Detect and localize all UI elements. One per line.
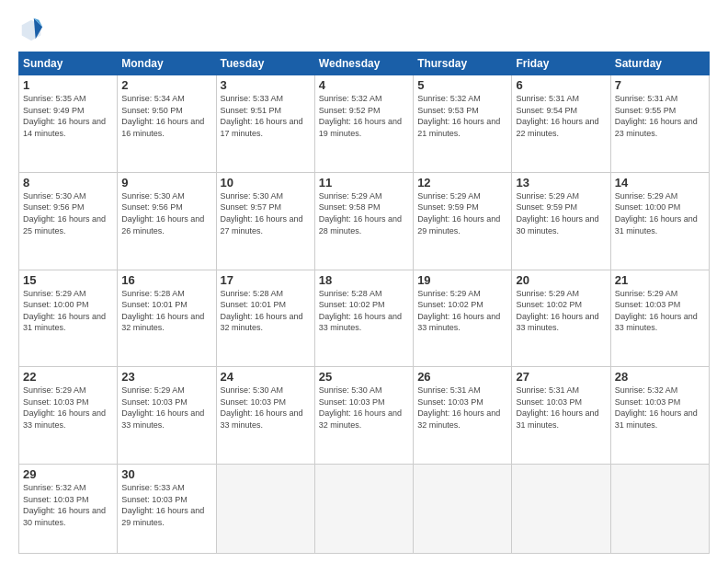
day-header-saturday: Saturday xyxy=(610,52,709,75)
calendar-cell: 23Sunrise: 5:29 AMSunset: 10:03 PMDaylig… xyxy=(118,367,216,465)
day-info: Sunrise: 5:29 AMSunset: 10:03 PMDaylight… xyxy=(23,385,113,431)
day-info: Sunrise: 5:29 AMSunset: 9:59 PMDaylight:… xyxy=(417,190,507,236)
logo-icon xyxy=(18,17,44,42)
day-number: 30 xyxy=(121,467,211,481)
calendar-table: SundayMondayTuesdayWednesdayThursdayFrid… xyxy=(18,52,710,554)
calendar-week-3: 15Sunrise: 5:29 AMSunset: 10:00 PMDaylig… xyxy=(19,270,710,367)
day-info: Sunrise: 5:31 AMSunset: 9:55 PMDaylight:… xyxy=(615,93,705,139)
day-info: Sunrise: 5:35 AMSunset: 9:49 PMDaylight:… xyxy=(23,93,113,139)
day-info: Sunrise: 5:28 AMSunset: 10:02 PMDaylight… xyxy=(319,288,409,334)
calendar-cell: 19Sunrise: 5:29 AMSunset: 10:02 PMDaylig… xyxy=(414,270,512,367)
day-number: 14 xyxy=(615,176,705,190)
day-info: Sunrise: 5:32 AMSunset: 10:03 PMDaylight… xyxy=(615,385,705,431)
day-number: 1 xyxy=(23,78,113,92)
day-number: 4 xyxy=(319,78,409,92)
day-number: 17 xyxy=(221,273,311,287)
day-number: 2 xyxy=(121,78,211,92)
day-number: 20 xyxy=(516,273,606,287)
day-info: Sunrise: 5:28 AMSunset: 10:01 PMDaylight… xyxy=(121,288,211,334)
calendar-cell: 5Sunrise: 5:32 AMSunset: 9:53 PMDaylight… xyxy=(414,75,512,173)
calendar-week-1: 1Sunrise: 5:35 AMSunset: 9:49 PMDaylight… xyxy=(19,75,710,173)
day-number: 11 xyxy=(319,176,409,190)
day-info: Sunrise: 5:29 AMSunset: 9:59 PMDaylight:… xyxy=(516,190,606,236)
day-number: 24 xyxy=(221,370,311,384)
day-number: 27 xyxy=(516,370,606,384)
day-header-wednesday: Wednesday xyxy=(314,52,413,75)
day-number: 15 xyxy=(23,273,113,287)
calendar-header-row: SundayMondayTuesdayWednesdayThursdayFrid… xyxy=(19,52,710,75)
day-info: Sunrise: 5:30 AMSunset: 9:57 PMDaylight:… xyxy=(221,190,311,236)
day-number: 23 xyxy=(121,370,211,384)
calendar-cell: 4Sunrise: 5:32 AMSunset: 9:52 PMDaylight… xyxy=(314,75,413,173)
day-info: Sunrise: 5:28 AMSunset: 10:01 PMDaylight… xyxy=(221,288,311,334)
calendar-cell: 28Sunrise: 5:32 AMSunset: 10:03 PMDaylig… xyxy=(610,367,709,465)
day-number: 10 xyxy=(221,176,311,190)
calendar-cell xyxy=(314,465,413,554)
calendar-cell: 6Sunrise: 5:31 AMSunset: 9:54 PMDaylight… xyxy=(512,75,610,173)
day-header-tuesday: Tuesday xyxy=(216,52,314,75)
calendar-cell xyxy=(414,465,512,554)
day-info: Sunrise: 5:29 AMSunset: 10:03 PMDaylight… xyxy=(121,385,211,431)
day-header-thursday: Thursday xyxy=(414,52,512,75)
calendar-cell: 29Sunrise: 5:32 AMSunset: 10:03 PMDaylig… xyxy=(19,465,118,554)
day-number: 19 xyxy=(417,273,507,287)
day-number: 13 xyxy=(516,176,606,190)
day-number: 12 xyxy=(417,176,507,190)
calendar-cell xyxy=(610,465,709,554)
calendar-cell: 20Sunrise: 5:29 AMSunset: 10:02 PMDaylig… xyxy=(512,270,610,367)
day-info: Sunrise: 5:29 AMSunset: 10:02 PMDaylight… xyxy=(516,288,606,334)
day-number: 16 xyxy=(121,273,211,287)
calendar-cell: 25Sunrise: 5:30 AMSunset: 10:03 PMDaylig… xyxy=(314,367,413,465)
day-number: 3 xyxy=(221,78,311,92)
calendar-cell: 16Sunrise: 5:28 AMSunset: 10:01 PMDaylig… xyxy=(118,270,216,367)
day-header-friday: Friday xyxy=(512,52,610,75)
day-number: 9 xyxy=(121,176,211,190)
day-header-monday: Monday xyxy=(118,52,216,75)
calendar-cell: 21Sunrise: 5:29 AMSunset: 10:03 PMDaylig… xyxy=(610,270,709,367)
day-info: Sunrise: 5:30 AMSunset: 9:56 PMDaylight:… xyxy=(121,190,211,236)
calendar-cell xyxy=(512,465,610,554)
day-info: Sunrise: 5:33 AMSunset: 9:51 PMDaylight:… xyxy=(221,93,311,139)
calendar-cell: 7Sunrise: 5:31 AMSunset: 9:55 PMDaylight… xyxy=(610,75,709,173)
calendar-cell: 3Sunrise: 5:33 AMSunset: 9:51 PMDaylight… xyxy=(216,75,314,173)
calendar-cell: 17Sunrise: 5:28 AMSunset: 10:01 PMDaylig… xyxy=(216,270,314,367)
calendar-cell: 14Sunrise: 5:29 AMSunset: 10:00 PMDaylig… xyxy=(610,172,709,270)
day-info: Sunrise: 5:31 AMSunset: 10:03 PMDaylight… xyxy=(516,385,606,431)
calendar-cell: 2Sunrise: 5:34 AMSunset: 9:50 PMDaylight… xyxy=(118,75,216,173)
day-info: Sunrise: 5:34 AMSunset: 9:50 PMDaylight:… xyxy=(121,93,211,139)
calendar-week-2: 8Sunrise: 5:30 AMSunset: 9:56 PMDaylight… xyxy=(19,172,710,270)
day-info: Sunrise: 5:30 AMSunset: 9:56 PMDaylight:… xyxy=(23,190,113,236)
calendar-cell: 24Sunrise: 5:30 AMSunset: 10:03 PMDaylig… xyxy=(216,367,314,465)
calendar-cell: 11Sunrise: 5:29 AMSunset: 9:58 PMDayligh… xyxy=(314,172,413,270)
calendar-cell: 8Sunrise: 5:30 AMSunset: 9:56 PMDaylight… xyxy=(19,172,118,270)
calendar-week-4: 22Sunrise: 5:29 AMSunset: 10:03 PMDaylig… xyxy=(19,367,710,465)
day-header-sunday: Sunday xyxy=(19,52,118,75)
day-number: 21 xyxy=(615,273,705,287)
day-number: 29 xyxy=(23,467,113,481)
day-number: 8 xyxy=(23,176,113,190)
day-number: 28 xyxy=(615,370,705,384)
day-number: 18 xyxy=(319,273,409,287)
calendar-cell xyxy=(216,465,314,554)
calendar-week-5: 29Sunrise: 5:32 AMSunset: 10:03 PMDaylig… xyxy=(19,465,710,554)
day-info: Sunrise: 5:30 AMSunset: 10:03 PMDaylight… xyxy=(319,385,409,431)
calendar-cell: 30Sunrise: 5:33 AMSunset: 10:03 PMDaylig… xyxy=(118,465,216,554)
calendar-cell: 13Sunrise: 5:29 AMSunset: 9:59 PMDayligh… xyxy=(512,172,610,270)
calendar-cell: 26Sunrise: 5:31 AMSunset: 10:03 PMDaylig… xyxy=(414,367,512,465)
calendar-cell: 27Sunrise: 5:31 AMSunset: 10:03 PMDaylig… xyxy=(512,367,610,465)
day-info: Sunrise: 5:32 AMSunset: 9:53 PMDaylight:… xyxy=(417,93,507,139)
day-info: Sunrise: 5:33 AMSunset: 10:03 PMDaylight… xyxy=(121,482,211,528)
day-number: 25 xyxy=(319,370,409,384)
calendar-cell: 9Sunrise: 5:30 AMSunset: 9:56 PMDaylight… xyxy=(118,172,216,270)
day-info: Sunrise: 5:32 AMSunset: 10:03 PMDaylight… xyxy=(23,482,113,528)
day-info: Sunrise: 5:29 AMSunset: 10:00 PMDaylight… xyxy=(615,190,705,236)
day-number: 5 xyxy=(417,78,507,92)
calendar-cell: 15Sunrise: 5:29 AMSunset: 10:00 PMDaylig… xyxy=(19,270,118,367)
day-info: Sunrise: 5:29 AMSunset: 9:58 PMDaylight:… xyxy=(319,190,409,236)
calendar-cell: 12Sunrise: 5:29 AMSunset: 9:59 PMDayligh… xyxy=(414,172,512,270)
day-info: Sunrise: 5:29 AMSunset: 10:02 PMDaylight… xyxy=(417,288,507,334)
day-number: 22 xyxy=(23,370,113,384)
calendar-cell: 10Sunrise: 5:30 AMSunset: 9:57 PMDayligh… xyxy=(216,172,314,270)
day-info: Sunrise: 5:31 AMSunset: 9:54 PMDaylight:… xyxy=(516,93,606,139)
calendar-cell: 18Sunrise: 5:28 AMSunset: 10:02 PMDaylig… xyxy=(314,270,413,367)
